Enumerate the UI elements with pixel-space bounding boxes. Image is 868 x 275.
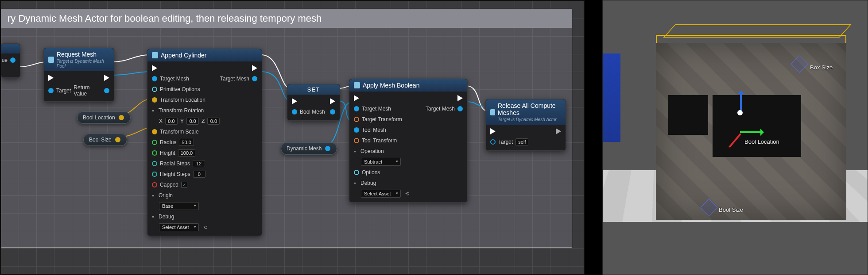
reset-icon[interactable]: ⟲ [203,225,207,230]
radial-steps-input[interactable]: 12 [193,160,205,167]
bool-location-label: Bool Location [83,115,115,121]
rot-z-input[interactable]: 0.0 [207,118,220,125]
target-transform-pin[interactable] [354,117,359,122]
debug-dropdown[interactable]: Select Asset [361,190,401,198]
transform-scale-pin[interactable] [152,129,157,134]
bool-mesh-label: Bool Mesh [300,109,325,115]
height-steps-input[interactable]: 0 [193,171,205,178]
dynamic-mesh-out-pin[interactable] [325,146,330,151]
target-mesh-in-pin[interactable] [152,76,157,81]
origin-dropdown[interactable]: Base [159,202,199,210]
transform-scale-label: Transform Scale [160,129,199,135]
height-label: Height [160,150,175,156]
expand-icon[interactable]: ▾ [354,149,356,154]
bool-mesh-out-pin[interactable] [330,109,335,115]
bool-mesh-in-pin[interactable] [292,109,297,115]
tool-transform-pin[interactable] [354,138,359,143]
node-append-cylinder[interactable]: Append Cylinder Target Mesh Target Mesh … [147,49,262,236]
rot-z-label: Z [202,118,205,124]
exec-in-pin[interactable] [48,75,54,81]
bool-size-label: Bool Size [719,206,743,213]
entry-out-pin[interactable] [10,57,16,63]
box-size-label: Box Size [810,64,833,71]
exec-in-pin[interactable] [490,128,496,134]
viewport-3d[interactable]: Box Size Bool Location Bool Size [602,0,868,275]
exec-in-pin[interactable] [354,95,359,101]
var-dynamic-mesh[interactable]: Dynamic Mesh [281,142,337,155]
expand-icon[interactable]: ▾ [152,214,154,219]
primitive-options-pin[interactable] [152,87,157,92]
operation-dropdown[interactable]: Subtract [361,158,401,166]
target-mesh-label: Target Mesh [160,76,189,82]
reset-icon[interactable]: ⟲ [405,191,409,197]
expand-icon[interactable]: ▾ [152,108,154,113]
bool-location-out-pin[interactable] [119,115,124,120]
bool-size-label: Bool Size [89,137,112,143]
request-mesh-subtitle: Target is Dynamic Mesh Pool [57,59,109,69]
exec-out-pin[interactable] [330,98,335,104]
target-pin[interactable] [490,139,496,145]
target-mesh-out-pin[interactable] [252,76,257,81]
capped-pin[interactable] [152,182,157,187]
exec-in-pin[interactable] [292,98,297,104]
node-set[interactable]: SET Bool Mesh [287,84,340,121]
node-apply-mesh-boolean[interactable]: Apply Mesh Boolean Target Mesh Target Me… [349,79,468,202]
gizmo-origin[interactable] [737,110,743,115]
target-self-value[interactable]: self [515,138,528,145]
return-label: Return Value [74,84,101,97]
release-title: Release All Compute Meshes [498,102,556,116]
exec-out-pin[interactable] [252,65,257,71]
tool-mesh-label: Tool Mesh [362,127,386,133]
options-label: Options [362,169,380,176]
target-mesh-out-label: Target Mesh [220,76,249,82]
var-bool-location[interactable]: Bool Location [77,111,131,124]
transform-location-pin[interactable] [152,97,157,103]
background-mesh [603,53,620,142]
exec-out-pin[interactable] [457,95,463,101]
debug-label: Debug [159,214,174,220]
capped-checkbox[interactable]: ✓ [181,182,187,188]
panel-divider[interactable] [585,0,602,275]
request-mesh-title: Request Mesh [57,51,97,58]
rot-x-input[interactable]: 0.0 [165,118,178,125]
radius-pin[interactable] [152,140,157,145]
var-bool-size[interactable]: Bool Size [83,134,127,146]
debug-dropdown[interactable]: Select Asset [159,223,199,231]
exec-out-pin[interactable] [556,128,561,134]
expand-icon[interactable]: ▾ [354,181,356,186]
target-mesh-in-pin[interactable] [354,106,359,111]
bool-size-out-pin[interactable] [115,137,120,142]
radial-steps-pin[interactable] [152,161,157,166]
translate-gizmo[interactable] [740,112,784,156]
gizmo-y-axis[interactable] [740,131,763,133]
boolean-hole [668,95,708,135]
target-mesh-out-pin[interactable] [457,106,463,111]
target-pin[interactable] [48,88,54,93]
release-subtitle: Target is Dynamic Mesh Actor [498,117,561,122]
node-entry[interactable]: ue [1,43,20,78]
rot-y-label: Y [180,118,184,124]
rot-y-input[interactable]: 0.0 [186,118,199,125]
options-pin[interactable] [354,170,359,175]
height-steps-pin[interactable] [152,172,157,177]
comment-title[interactable]: ry Dynamic Mesh Actor for boolean editin… [1,9,572,28]
radial-steps-label: Radial Steps [160,160,190,167]
expand-icon[interactable]: ▾ [152,193,154,198]
apply-boolean-title: Apply Mesh Boolean [363,82,419,89]
primitive-options-label: Primitive Options [160,86,200,92]
rot-x-label: X [159,118,163,124]
height-input[interactable]: 100.0 [178,149,196,157]
exec-in-pin[interactable] [152,65,157,71]
return-pin[interactable] [104,88,109,93]
height-pin[interactable] [152,150,157,156]
gizmo-z-axis[interactable] [740,92,742,113]
exec-out-pin[interactable] [104,75,109,81]
radius-input[interactable]: 50.0 [179,139,194,146]
node-release-meshes[interactable]: Release All Compute Meshes Target is Dyn… [485,99,566,151]
blueprint-graph[interactable]: ry Dynamic Mesh Actor for boolean editin… [0,0,585,275]
operation-label: Operation [360,148,384,154]
node-request-mesh[interactable]: Request Mesh Target is Dynamic Mesh Pool… [43,48,114,102]
tool-mesh-pin[interactable] [354,127,359,133]
transform-rotation-label: Transform Rotation [159,107,204,114]
entry-out-label: ue [2,57,8,63]
